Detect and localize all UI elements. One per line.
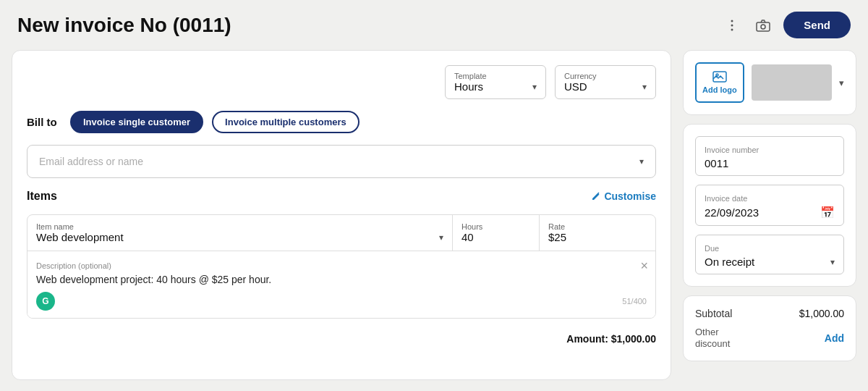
item-row: Item name Web development ▾ Hours 40 Rat… [27,214,656,319]
add-discount-button[interactable]: Add [825,332,844,344]
grammar-icon: G [36,292,55,311]
due-field[interactable]: Due On receipt ▾ [695,235,844,274]
subtotal-value: $1,000.00 [799,308,844,319]
currency-arrow-icon: ▾ [642,82,647,92]
page-title: New invoice No (0011) [17,14,712,37]
item-name-label: Item name [36,222,443,231]
logo-placeholder [752,64,832,101]
invoice-number-value: 0011 [705,157,835,169]
logo-chevron-icon[interactable]: ▾ [839,77,844,88]
description-area: × Description (optional) Web development… [27,251,655,318]
amount-row: Amount: $1,000.00 [27,330,656,345]
right-panel: Add logo ▾ Invoice number 0011 Invoice d… [683,50,856,380]
invoice-date-field[interactable]: Invoice date 22/09/2023 📅 [695,185,844,226]
item-name-field[interactable]: Item name Web development ▾ [27,215,453,251]
due-label: Due [705,244,719,253]
pencil-icon [591,191,601,201]
item-rate-field[interactable]: Rate $25 [540,215,655,251]
calendar-icon: 📅 [820,206,835,219]
description-label: Description (optional) [36,261,111,270]
send-button[interactable]: Send [783,12,851,38]
item-hours-field[interactable]: Hours 40 [453,215,540,251]
hours-value: 40 [461,231,530,243]
add-logo-icon [712,71,727,83]
items-label: Items [27,190,57,203]
due-value: On receipt ▾ [705,256,835,268]
page-header: New invoice No (0011) Send [0,0,868,50]
description-text[interactable]: Web development project: 40 hours @ $25 … [36,273,647,287]
hours-label: Hours [461,222,530,231]
svg-point-1 [731,24,733,26]
rate-label: Rate [548,222,647,231]
more-options-button[interactable] [721,14,743,36]
invoice-multiple-tab[interactable]: Invoice multiple customers [212,111,359,133]
email-placeholder: Email address or name [39,156,143,167]
discount-label: Otherdiscount [695,327,730,349]
item-top: Item name Web development ▾ Hours 40 Rat… [27,215,655,251]
due-arrow-icon: ▾ [830,257,835,267]
close-description-button[interactable]: × [640,258,648,274]
invoice-details: Invoice number 0011 Invoice date 22/09/2… [683,124,856,287]
totals-section: Subtotal $1,000.00 Otherdiscount Add [683,295,856,361]
currency-label: Currency [564,72,647,80]
currency-value: USD ▾ [564,80,647,93]
description-footer: G 51/400 [36,292,647,311]
invoice-number-label: Invoice number [705,146,759,154]
camera-icon [756,19,770,32]
invoice-date-value: 22/09/2023 📅 [705,206,835,219]
invoice-form: Template Hours ▾ Currency USD ▾ Bill to … [12,50,671,380]
email-dropdown[interactable]: Email address or name ▾ [27,145,656,178]
item-name-arrow-icon: ▾ [439,232,443,243]
template-dropdown[interactable]: Template Hours ▾ [445,65,546,99]
svg-rect-3 [757,22,770,31]
customise-button[interactable]: Customise [591,190,656,202]
rate-value: $25 [548,231,647,243]
invoice-single-tab[interactable]: Invoice single customer [70,111,203,133]
logo-section: Add logo ▾ [683,50,856,115]
item-name-value: Web development ▾ [36,231,443,243]
bill-to-label: Bill to [27,116,61,128]
main-content: Template Hours ▾ Currency USD ▾ Bill to … [0,50,868,391]
svg-point-2 [731,28,733,30]
bill-to-row: Bill to Invoice single customer Invoice … [27,111,656,133]
invoice-number-field[interactable]: Invoice number 0011 [695,136,844,176]
invoice-date-label: Invoice date [705,194,747,203]
add-logo-button[interactable]: Add logo [695,62,744,103]
email-arrow-icon: ▾ [639,156,644,167]
currency-dropdown[interactable]: Currency USD ▾ [555,65,656,99]
template-currency-row: Template Hours ▾ Currency USD ▾ [27,65,656,99]
subtotal-row: Subtotal $1,000.00 [695,308,844,319]
svg-point-0 [731,20,733,22]
items-header: Items Customise [27,190,656,203]
template-value: Hours ▾ [454,80,537,93]
subtotal-label: Subtotal [695,308,732,319]
svg-point-4 [761,25,765,29]
template-label: Template [454,72,537,80]
template-arrow-icon: ▾ [532,82,537,92]
camera-button[interactable] [752,14,775,36]
discount-row: Otherdiscount Add [695,327,844,349]
amount-label: Amount: $1,000.00 [566,333,656,345]
more-icon [726,19,739,32]
char-count: 51/400 [622,297,647,306]
